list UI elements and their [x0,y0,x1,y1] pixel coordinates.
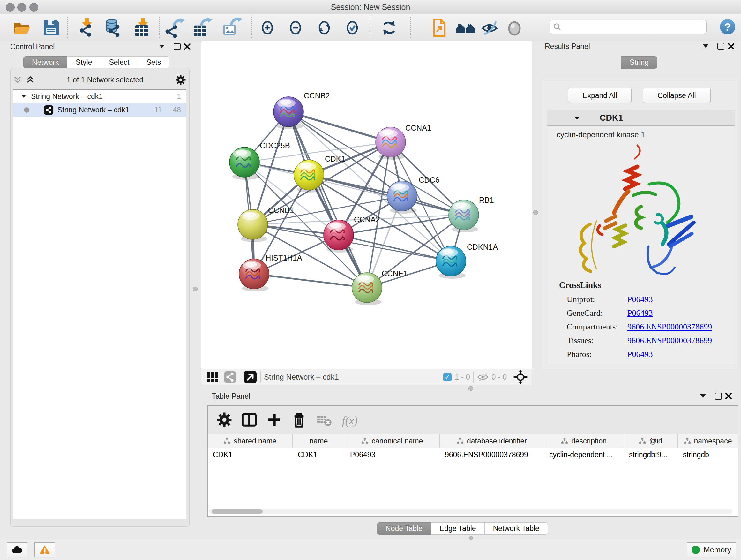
refresh-layout-icon[interactable] [379,17,400,38]
column-header-description[interactable]: description [544,434,624,448]
warnings-button[interactable] [35,543,55,557]
new-document-icon[interactable] [429,17,449,38]
node-result-header[interactable]: CDK1 [547,111,735,126]
cloud-button[interactable] [7,543,27,557]
tab-edge-table[interactable]: Edge Table [431,522,485,535]
network-edge[interactable] [254,274,367,288]
network-options-gear-icon[interactable] [175,74,186,85]
table-horizontal-scrollbar[interactable] [209,509,732,514]
network-node-RB1[interactable]: RB1 [449,196,494,233]
export-network-icon[interactable] [165,17,186,38]
results-panel-menu-icon[interactable] [703,44,709,48]
column-header-shared-name[interactable]: shared name [208,434,293,448]
network-node-CDC6[interactable]: CDC6 [387,176,440,213]
home-icon[interactable] [456,17,476,38]
search-input[interactable] [563,22,706,31]
delete-table-icon[interactable] [316,412,332,428]
results-panel-close-icon[interactable] [728,43,735,50]
save-session-icon[interactable] [41,17,61,38]
expand-all-chevron-icon[interactable] [25,75,35,84]
table-panel-menu-icon[interactable] [700,394,706,397]
network-graph[interactable]: CCNB2 CCNA1 CDC25B CDK1 CDC6 RB1 [201,41,532,369]
tab-style[interactable]: Style [67,56,100,69]
table-cell: CDK1 [208,448,293,462]
column-header-label: database identifier [467,437,527,445]
export-image-icon[interactable] [221,17,242,38]
crosslink-value-link[interactable]: 9606.ENSP00000378699 [627,336,712,346]
export-table-icon[interactable] [192,17,212,38]
collapse-all-chevron-icon[interactable] [13,75,22,84]
fit-selection-crosshair-icon[interactable] [514,370,528,384]
network-node-CDKN1A[interactable]: CDKN1A [436,243,498,279]
crosslink-value-link[interactable]: P06493 [627,295,653,304]
network-node-CCNB1[interactable]: CCNB1 [238,206,294,242]
search-field[interactable] [549,20,706,34]
birdseye-view-icon[interactable] [243,370,257,384]
help-icon[interactable]: ? [720,19,735,35]
hidden-count: 0 - 0 [491,373,507,381]
crosslink-value-link[interactable]: 9606.ENSP00000378699 [627,322,712,332]
control-panel-float-icon[interactable] [174,43,181,50]
control-panel-menu-icon[interactable] [159,45,165,48]
tab-string[interactable]: String [621,56,657,69]
scrollbar-thumb[interactable] [212,509,263,514]
tree-count: 1 [177,92,181,101]
column-header-namespace[interactable]: namespace [678,434,738,448]
network-edge[interactable] [288,112,391,142]
tab-node-table[interactable]: Node Table [377,522,431,535]
tab-sets[interactable]: Sets [138,56,170,69]
zoom-out-icon[interactable] [286,17,307,38]
tab-select[interactable]: Select [101,56,138,69]
show-columns-icon[interactable] [241,412,258,428]
table-panel-float-icon[interactable] [715,393,722,400]
delete-column-icon[interactable] [291,412,307,428]
results-panel-float-icon[interactable] [718,43,724,50]
preview-icon[interactable] [504,17,525,38]
import-network-from-database-icon[interactable] [104,17,125,38]
tab-network-table[interactable]: Network Table [485,522,548,535]
column-header-canonical-name[interactable]: canonical name [345,434,440,448]
network-tree-row[interactable]: String Network – cdk1 1148 [13,103,186,117]
crosslink-value-link[interactable]: P06493 [627,350,653,359]
crosslink-value-link[interactable]: P06493 [627,308,653,318]
column-header-name[interactable]: name [293,434,345,448]
import-network-icon[interactable] [77,17,98,38]
left-splitter-grip[interactable] [193,287,198,292]
collapse-entry-icon[interactable] [574,117,580,120]
zoom-fit-icon[interactable] [315,17,335,38]
network-node-CCNE1[interactable]: CCNE1 [352,269,408,305]
control-panel-close-icon[interactable] [184,43,191,50]
horizontal-splitter-grip[interactable] [468,386,473,391]
network-view[interactable]: CCNB2 CCNA1 CDC25B CDK1 CDC6 RB1 [201,41,532,385]
network-cascade-icon[interactable] [224,371,237,383]
crosslink-label: Compartments: [567,322,627,332]
network-node-HIST1H1A[interactable]: HIST1H1A [239,253,302,292]
tree-expander-icon[interactable] [21,95,26,98]
crosslink-row: Pharos: P06493 [559,350,735,359]
selected-nodes-checkbox[interactable]: ✓ [443,373,452,381]
grid-view-icon[interactable] [206,371,219,383]
hide-panel-icon[interactable] [480,17,500,38]
zoom-in-icon[interactable] [258,17,278,38]
title-bar: Session: New Session [0,0,741,14]
tab-network[interactable]: Network [23,56,67,69]
collapse-all-button[interactable]: Collapse All [643,88,711,103]
memory-button[interactable]: Memory [687,543,736,557]
zoom-selected-icon[interactable] [343,17,363,38]
open-session-icon[interactable] [11,17,32,38]
table-row[interactable]: CDK1CDK1P064939606.ENSP00000378699cyclin… [208,448,738,462]
function-builder-icon[interactable]: f(x) [340,412,357,428]
hidden-elements-eye-icon[interactable] [477,372,489,382]
table-panel-close-icon[interactable] [725,393,732,400]
table-header-row: shared namenamecanonical namedatabase id… [208,434,738,448]
import-table-icon[interactable] [133,17,153,38]
expand-all-button[interactable]: Expand All [568,88,631,103]
table-settings-gear-icon[interactable] [216,412,232,428]
right-splitter-grip[interactable] [533,210,538,215]
network-tree-row[interactable]: String Network – cdk1 1 [13,90,186,103]
crosslink-label: Pharos: [567,350,627,359]
column-header-database-identifier[interactable]: database identifier [440,434,544,448]
add-column-icon[interactable] [266,412,282,428]
column-header--id[interactable]: @id [624,434,678,448]
column-type-icon [561,437,568,444]
